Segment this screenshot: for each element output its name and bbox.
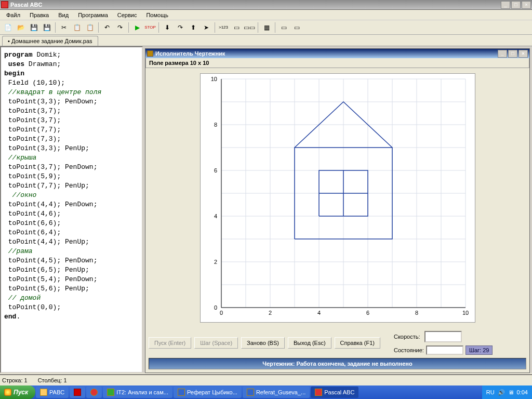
menu-help[interactable]: Помощь — [142, 11, 172, 19]
task-pabc[interactable]: PABC — [36, 387, 69, 398]
start-orb-icon — [4, 389, 11, 396]
step-out-icon[interactable]: ⬆ — [188, 22, 199, 33]
maximize-button[interactable]: □ — [511, 1, 521, 9]
toolbar: 📄 📂 💾 💾 ✂ 📋 📋 ↶ ↷ ▶ STOP ⬇ ↷ ⬆ ➤ >123 ▭ … — [0, 20, 532, 35]
drawman-buttonrow: Пуск (Enter) Шаг (Space) Заново (BS) Вых… — [145, 328, 529, 358]
tray-time: 0:04 — [517, 389, 528, 395]
svg-text:4: 4 — [214, 213, 217, 219]
exit-esc-button[interactable]: Выход (Esc) — [288, 337, 331, 349]
table-icon[interactable]: ▦ — [261, 22, 272, 33]
task-adobe[interactable] — [70, 387, 85, 398]
stop-icon[interactable]: STOP — [144, 22, 156, 33]
tray-vol-icon[interactable]: 🔊 — [498, 389, 505, 396]
cut-icon[interactable]: ✂ — [58, 22, 70, 33]
menubar: Файл Правка Вид Программа Сервис Помощь — [0, 10, 532, 20]
drawman-window: Исполнитель Чертежник _ □ × Поле размера… — [145, 48, 530, 373]
app-title: Pascal ABC — [10, 2, 501, 8]
task-it2[interactable]: IT2: Анализ и сам... — [103, 387, 172, 398]
draw-min-button[interactable]: _ — [498, 50, 507, 58]
undo-icon[interactable]: ↶ — [101, 22, 113, 33]
file-tab[interactable]: • Домашнее задание Домик.pas — [2, 36, 98, 46]
app-icon — [1, 1, 8, 8]
paste-icon[interactable]: 📋 — [84, 22, 96, 33]
code-editor[interactable]: program Domik; uses Drawman;begin Field … — [0, 46, 143, 373]
watch-icon[interactable]: >123 — [218, 22, 229, 33]
svg-text:0: 0 — [214, 304, 217, 311]
help-f1-button[interactable]: Справка (F1) — [335, 337, 380, 349]
drawman-icon — [147, 50, 153, 57]
cursor-icon[interactable]: ➤ — [201, 22, 212, 33]
run-icon[interactable]: ▶ — [131, 22, 143, 33]
run-enter-button[interactable]: Пуск (Enter) — [149, 337, 191, 349]
drawman-title: Исполнитель Чертежник — [155, 50, 498, 57]
svg-text:10: 10 — [210, 76, 217, 82]
copy-icon[interactable]: 📋 — [71, 22, 83, 33]
step-into-icon[interactable]: ⬇ — [162, 22, 173, 33]
system-tray[interactable]: RU 🔊 🖥 0:04 — [482, 385, 532, 399]
svg-text:2: 2 — [214, 259, 217, 265]
start-button[interactable]: Пуск — [0, 385, 35, 399]
tray-lang[interactable]: RU — [486, 389, 495, 395]
drawman-canvas: 02468100246810 — [200, 73, 475, 323]
menu-edit[interactable]: Правка — [25, 11, 53, 19]
svg-text:8: 8 — [415, 310, 418, 316]
menu-view[interactable]: Вид — [54, 11, 73, 19]
draw-close-button[interactable]: × — [518, 50, 528, 58]
svg-text:8: 8 — [214, 122, 217, 128]
svg-text:2: 2 — [268, 310, 271, 316]
task-word1[interactable]: Реферат Цыбико... — [174, 387, 242, 398]
speed-label: Скорость: — [394, 334, 420, 340]
task-opera[interactable] — [86, 387, 102, 398]
svg-text:4: 4 — [317, 310, 320, 316]
step-badge: Шаг: 29 — [466, 345, 493, 355]
state-value — [426, 345, 463, 355]
plot-svg: 02468100246810 — [201, 74, 476, 323]
redo-icon[interactable]: ↷ — [114, 22, 126, 33]
state-label: Состояние: — [394, 347, 424, 353]
taskbar: Пуск PABC IT2: Анализ и сам... Реферат Ц… — [0, 385, 532, 399]
menu-program[interactable]: Программа — [74, 11, 112, 19]
svg-text:10: 10 — [462, 310, 468, 316]
close-button[interactable]: × — [522, 1, 531, 9]
step-over-icon[interactable]: ↷ — [175, 22, 186, 33]
svg-text:6: 6 — [214, 167, 217, 174]
app-titlebar: Pascal ABC _ □ × — [0, 0, 532, 10]
field-size-label: Поле размера 10 x 10 — [145, 58, 529, 68]
status-line: Строка: 1 — [2, 377, 28, 383]
out2-icon[interactable]: ▭ — [291, 22, 302, 33]
task-word2[interactable]: Referat_Guseva_... — [243, 387, 310, 398]
svg-text:6: 6 — [366, 310, 369, 316]
tray-safe-icon[interactable]: 🖥 — [508, 389, 514, 395]
step-space-button[interactable]: Шаг (Space) — [194, 337, 238, 349]
speed-slider[interactable] — [424, 331, 462, 342]
windows-icon[interactable]: ▭▭ — [244, 22, 255, 33]
window-icon[interactable]: ▭ — [231, 22, 242, 33]
svg-text:0: 0 — [219, 310, 222, 316]
save-icon[interactable]: 💾 — [28, 22, 39, 33]
saveall-icon[interactable]: 💾 — [41, 22, 52, 33]
task-pascal[interactable]: Pascal ABC — [311, 387, 358, 398]
editor-tabbar: • Домашнее задание Домик.pas — [0, 35, 532, 46]
status-col: Столбец: 1 — [38, 377, 67, 383]
menu-file[interactable]: Файл — [2, 11, 24, 19]
open-icon[interactable]: 📂 — [15, 22, 26, 33]
new-icon[interactable]: 📄 — [2, 22, 14, 33]
statusbar: Строка: 1 Столбец: 1 — [0, 374, 532, 385]
out1-icon[interactable]: ▭ — [278, 22, 289, 33]
menu-service[interactable]: Сервис — [113, 11, 141, 19]
drawman-status: Чертежник: Работа окончена, задание не в… — [149, 358, 526, 369]
minimize-button[interactable]: _ — [501, 1, 510, 9]
drawman-titlebar: Исполнитель Чертежник _ □ × — [145, 49, 529, 58]
draw-max-button[interactable]: □ — [508, 50, 517, 58]
reset-bs-button[interactable]: Заново (BS) — [241, 337, 285, 349]
